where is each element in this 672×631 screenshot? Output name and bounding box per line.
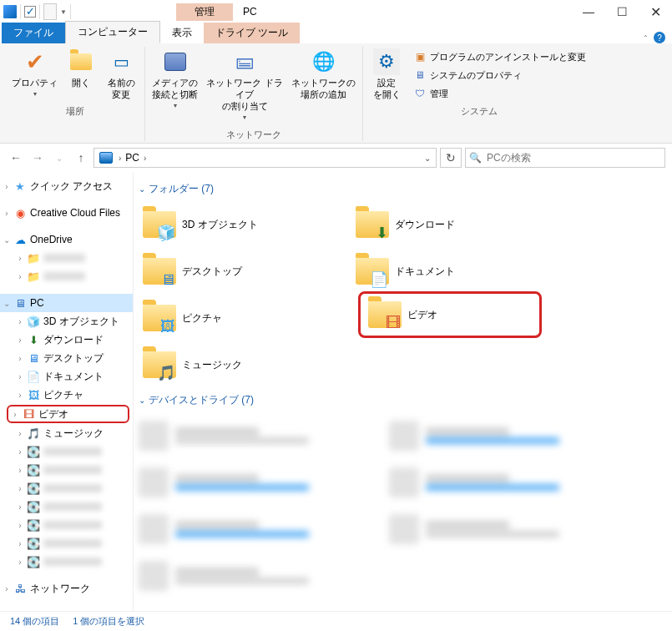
chevron-right-icon[interactable]: › xyxy=(141,154,149,163)
drive-item[interactable] xyxy=(139,553,389,599)
monitor-icon: 🖥 xyxy=(413,68,427,82)
folder-documents[interactable]: 📄 ドキュメント xyxy=(351,248,564,295)
folder-icon: 🧊 xyxy=(142,207,177,242)
tree-drive[interactable]: ›💽 xyxy=(0,553,133,571)
tree-downloads[interactable]: ›⬇ダウンロード xyxy=(0,331,133,349)
properties-button[interactable]: ✔ プロパティ ▾ xyxy=(10,47,59,102)
open-button[interactable]: 開く xyxy=(63,47,99,90)
back-button[interactable]: ← xyxy=(7,149,25,167)
refresh-button[interactable]: ↻ xyxy=(440,148,462,168)
rename-tag-icon: ▭ xyxy=(108,48,134,75)
tree-onedrive-child[interactable]: ›📁 xyxy=(0,267,133,285)
qat-dropdown-caret[interactable]: ▼ xyxy=(60,8,67,16)
ribbon: ✔ プロパティ ▾ 開く ▭ 名前の 変更 場所 メディアの 接続と切断 ▾ 🖴 xyxy=(0,43,672,144)
tree-desktop[interactable]: ›🖥デスクトップ xyxy=(0,349,133,367)
tree-drive[interactable]: ›💽 xyxy=(0,442,133,461)
drive-item[interactable] xyxy=(389,506,639,553)
system-properties-button[interactable]: 🖥 システムのプロパティ xyxy=(410,67,589,83)
forward-button[interactable]: → xyxy=(28,149,47,167)
close-button[interactable]: ✕ xyxy=(639,0,672,23)
tree-music[interactable]: ›🎵ミュージック xyxy=(0,424,133,442)
open-label: 開く xyxy=(72,77,90,88)
tree-3d-objects[interactable]: ›🧊3D オブジェクト xyxy=(0,312,133,331)
tree-drive[interactable]: ›💽 xyxy=(0,461,133,479)
drives-list xyxy=(139,412,662,599)
tree-network[interactable]: ›🖧ネットワーク xyxy=(0,579,133,598)
help-icon[interactable]: ? xyxy=(654,32,665,43)
address-bar[interactable]: › PC › ⌄ xyxy=(93,148,437,168)
tree-onedrive[interactable]: ⌄☁OneDrive xyxy=(0,230,133,249)
tab-drive-tools[interactable]: ドライブ ツール xyxy=(204,23,300,43)
drive-item[interactable] xyxy=(139,506,389,553)
group-location-label: 場所 xyxy=(66,105,84,118)
folder-downloads[interactable]: ⬇ ダウンロード xyxy=(351,201,564,248)
section-drives-header[interactable]: ⌄ デバイスとドライブ (7) xyxy=(139,388,662,412)
search-box[interactable]: 🔍 PCの検索 xyxy=(465,148,665,168)
network-drive-icon: 🖴 xyxy=(231,48,258,75)
title-bar: ▼ 管理 PC — ☐ ✕ xyxy=(0,0,672,23)
recent-dropdown[interactable]: ⌄ xyxy=(50,149,68,167)
navigation-tree[interactable]: ›★クイック アクセス ›◉Creative Cloud Files ⌄☁One… xyxy=(0,172,134,611)
settings-label: 設定 を開く xyxy=(373,77,401,100)
tab-file[interactable]: ファイル xyxy=(2,23,65,43)
tab-computer[interactable]: コンピューター xyxy=(65,21,160,43)
maximize-button[interactable]: ☐ xyxy=(605,0,639,23)
folder-3d-objects[interactable]: 🧊 3D オブジェクト xyxy=(139,201,351,248)
tree-creative-cloud[interactable]: ›◉Creative Cloud Files xyxy=(0,204,133,222)
qat-blank-document-icon[interactable] xyxy=(43,3,57,20)
context-tab-label: 管理 xyxy=(176,3,233,21)
folder-icon: 🖥 xyxy=(142,254,177,289)
search-placeholder: PCの検索 xyxy=(487,151,531,165)
tree-videos[interactable]: ›🎞ビデオ xyxy=(7,405,129,423)
folder-pictures[interactable]: 🖼 ピクチャ xyxy=(139,295,351,341)
address-dropdown-icon[interactable]: ⌄ xyxy=(421,154,434,163)
open-settings-button[interactable]: ⚙ 設定 を開く xyxy=(368,47,405,102)
uninstall-programs-button[interactable]: ▣ プログラムのアンインストールと変更 xyxy=(410,48,589,65)
tree-quick-access[interactable]: ›★クイック アクセス xyxy=(0,177,133,195)
tree-documents[interactable]: ›📄ドキュメント xyxy=(0,367,133,386)
up-button[interactable]: ↑ xyxy=(72,149,90,167)
tree-onedrive-child[interactable]: ›📁 xyxy=(0,249,133,267)
map-drive-label: ネットワーク ドライブ の割り当て xyxy=(205,77,285,112)
tree-drive[interactable]: ›💽 xyxy=(0,497,133,516)
manage-button[interactable]: 🛡 管理 xyxy=(410,85,589,102)
ribbon-caret-icon[interactable]: ⌃ xyxy=(643,34,649,42)
quick-access-toolbar: ▼ xyxy=(0,3,76,20)
folder-music[interactable]: 🎵 ミュージック xyxy=(139,341,351,388)
map-drive-button[interactable]: 🖴 ネットワーク ドライブ の割り当て ▾ xyxy=(203,47,286,125)
music-icon: 🎵 xyxy=(27,427,40,440)
chevron-right-icon[interactable]: › xyxy=(116,154,124,163)
tree-drive[interactable]: ›💽 xyxy=(0,479,133,497)
qat-checkbox-1[interactable] xyxy=(24,6,36,18)
ribbon-group-network: メディアの 接続と切断 ▾ 🖴 ネットワーク ドライブ の割り当て ▾ 🌐 ネッ… xyxy=(144,47,362,141)
creative-cloud-icon: ◉ xyxy=(13,206,27,220)
pc-icon: 🖥 xyxy=(13,296,27,310)
folder-videos[interactable]: 🎞 ビデオ xyxy=(358,291,542,338)
app-icon xyxy=(3,5,17,18)
breadcrumb-pc[interactable]: PC xyxy=(124,152,141,164)
media-button[interactable]: メディアの 接続と切断 ▾ xyxy=(150,47,200,114)
drive-item[interactable] xyxy=(389,459,639,506)
tab-view[interactable]: 表示 xyxy=(160,23,204,43)
search-icon: 🔍 xyxy=(469,152,482,164)
folder-open-icon xyxy=(68,48,94,75)
section-folders-header[interactable]: ⌄ フォルダー (7) xyxy=(139,177,662,201)
drive-item[interactable] xyxy=(389,412,639,459)
tree-drive[interactable]: ›💽 xyxy=(0,534,133,553)
gear-icon: ⚙ xyxy=(373,48,400,75)
minimize-button[interactable]: — xyxy=(572,0,605,23)
folder-icon: 🎵 xyxy=(142,347,177,382)
tree-pictures[interactable]: ›🖼ピクチャ xyxy=(0,386,133,404)
add-network-location-button[interactable]: 🌐 ネットワークの 場所の追加 xyxy=(290,47,357,102)
window-title: PC xyxy=(243,6,257,18)
drive-item[interactable] xyxy=(139,459,389,506)
network-icon: 🖧 xyxy=(13,582,27,595)
rename-label: 名前の 変更 xyxy=(108,77,135,100)
uninstall-label: プログラムのアンインストールと変更 xyxy=(430,51,586,63)
drive-item[interactable] xyxy=(139,412,389,459)
folder-desktop[interactable]: 🖥 デスクトップ xyxy=(139,248,351,295)
tree-pc[interactable]: ⌄🖥PC xyxy=(0,294,133,312)
folder-icon: 🎞 xyxy=(367,297,402,332)
rename-button[interactable]: ▭ 名前の 変更 xyxy=(103,47,139,102)
tree-drive[interactable]: ›💽 xyxy=(0,516,133,534)
